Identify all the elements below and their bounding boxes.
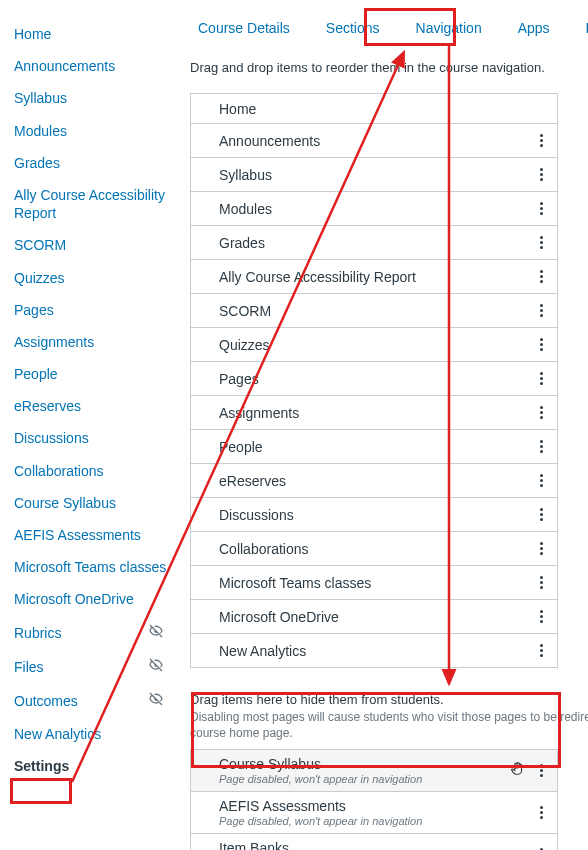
sidebar-item-syllabus[interactable]: Syllabus [14,82,178,114]
sidebar-item-label: Discussions [14,429,170,447]
sidebar-item-label: Collaborations [14,462,170,480]
nav-item[interactable]: Grades [191,226,557,260]
sidebar-item-grades[interactable]: Grades [14,147,178,179]
nav-item-title: SCORM [219,303,536,319]
nav-item[interactable]: Home [191,94,557,124]
kebab-icon[interactable] [536,232,547,253]
sidebar-item-ereserves[interactable]: eReserves [14,390,178,422]
nav-item[interactable]: Modules [191,192,557,226]
kebab-icon[interactable] [536,402,547,423]
nav-item-title: Microsoft Teams classes [219,575,536,591]
sidebar-item-quizzes[interactable]: Quizzes [14,262,178,294]
nav-item-title: Modules [219,201,536,217]
nav-item-title: Quizzes [219,337,536,353]
enabled-nav-list: HomeAnnouncementsSyllabusModulesGradesAl… [190,93,558,668]
sidebar-item-label: Microsoft OneDrive [14,590,170,608]
sidebar-item-label: eReserves [14,397,170,415]
tab-sections[interactable]: Sections [322,12,384,44]
sidebar-item-label: SCORM [14,236,170,254]
nav-item[interactable]: Pages [191,362,557,396]
tab-navigation[interactable]: Navigation [412,12,486,44]
nav-item[interactable]: Announcements [191,124,557,158]
nav-item-title: Ally Course Accessibility Report [219,269,536,285]
nav-item[interactable]: Quizzes [191,328,557,362]
nav-item[interactable]: Microsoft OneDrive [191,600,557,634]
nav-item[interactable]: Assignments [191,396,557,430]
sidebar-item-aefis-assessments[interactable]: AEFIS Assessments [14,519,178,551]
kebab-icon[interactable] [536,164,547,185]
kebab-icon[interactable] [536,198,547,219]
nav-item[interactable]: Syllabus [191,158,557,192]
kebab-icon[interactable] [536,760,547,781]
tab-apps[interactable]: Apps [514,12,554,44]
sidebar-item-course-syllabus[interactable]: Course Syllabus [14,487,178,519]
nav-item[interactable]: eReserves [191,464,557,498]
tab-course-details[interactable]: Course Details [194,12,294,44]
sidebar-item-assignments[interactable]: Assignments [14,326,178,358]
nav-item-disabled[interactable]: Item BanksPage disabled, won't appear in… [191,834,557,850]
nav-item-title: Assignments [219,405,536,421]
kebab-icon[interactable] [536,844,547,850]
nav-item[interactable]: Collaborations [191,532,557,566]
sidebar-item-rubrics[interactable]: Rubrics [14,616,178,650]
sidebar-item-microsoft-teams-classes[interactable]: Microsoft Teams classes [14,551,178,583]
sidebar-item-outcomes[interactable]: Outcomes [14,684,178,718]
nav-item-title: Syllabus [219,167,536,183]
kebab-icon[interactable] [536,470,547,491]
sidebar-item-home[interactable]: Home [14,18,178,50]
sidebar-item-settings[interactable]: Settings [14,750,178,782]
sidebar-item-scorm[interactable]: SCORM [14,229,178,261]
hidden-icon [148,691,170,711]
sidebar-item-discussions[interactable]: Discussions [14,422,178,454]
nav-item-title: AEFIS Assessments [219,798,536,814]
tab-feature-op[interactable]: Feature Op [582,12,588,44]
sidebar-item-label: Quizzes [14,269,170,287]
sidebar-item-label: People [14,365,170,383]
nav-item-title: Pages [219,371,536,387]
kebab-icon[interactable] [536,266,547,287]
nav-item[interactable]: Discussions [191,498,557,532]
hand-cursor-icon [508,759,526,782]
nav-item[interactable]: New Analytics [191,634,557,668]
kebab-icon[interactable] [536,130,547,151]
nav-item-title: Grades [219,235,536,251]
kebab-icon[interactable] [536,436,547,457]
sidebar-item-label: Outcomes [14,692,148,710]
nav-item[interactable]: Microsoft Teams classes [191,566,557,600]
kebab-icon[interactable] [536,334,547,355]
sidebar-item-label: Settings [14,757,170,775]
sidebar-item-ally-course-accessibility-report[interactable]: Ally Course Accessibility Report [14,179,178,229]
nav-item-subtitle: Page disabled, won't appear in navigatio… [219,815,536,827]
sidebar-item-modules[interactable]: Modules [14,115,178,147]
settings-tabs: Course DetailsSectionsNavigationAppsFeat… [190,12,588,44]
nav-item-disabled[interactable]: Course SyllabusPage disabled, won't appe… [191,750,557,792]
sidebar-item-label: Grades [14,154,170,172]
sidebar-item-people[interactable]: People [14,358,178,390]
sidebar-item-label: Ally Course Accessibility Report [14,186,170,222]
nav-item-title: Collaborations [219,541,536,557]
sidebar-item-files[interactable]: Files [14,650,178,684]
kebab-icon[interactable] [536,538,547,559]
kebab-icon[interactable] [536,640,547,661]
kebab-icon[interactable] [536,368,547,389]
sidebar-item-collaborations[interactable]: Collaborations [14,455,178,487]
nav-item-disabled[interactable]: AEFIS AssessmentsPage disabled, won't ap… [191,792,557,834]
sidebar-item-new-analytics[interactable]: New Analytics [14,718,178,750]
kebab-icon[interactable] [536,504,547,525]
nav-item-title: Discussions [219,507,536,523]
sidebar-item-label: Rubrics [14,624,148,642]
kebab-icon[interactable] [536,606,547,627]
sidebar-item-microsoft-onedrive[interactable]: Microsoft OneDrive [14,583,178,615]
nav-item[interactable]: People [191,430,557,464]
nav-item[interactable]: Ally Course Accessibility Report [191,260,557,294]
kebab-icon[interactable] [536,802,547,823]
sidebar-item-label: Course Syllabus [14,494,170,512]
sidebar-item-label: Announcements [14,57,170,75]
kebab-icon[interactable] [536,572,547,593]
hidden-icon [148,623,170,643]
sidebar-item-pages[interactable]: Pages [14,294,178,326]
nav-item-title: eReserves [219,473,536,489]
sidebar-item-announcements[interactable]: Announcements [14,50,178,82]
kebab-icon[interactable] [536,300,547,321]
nav-item[interactable]: SCORM [191,294,557,328]
